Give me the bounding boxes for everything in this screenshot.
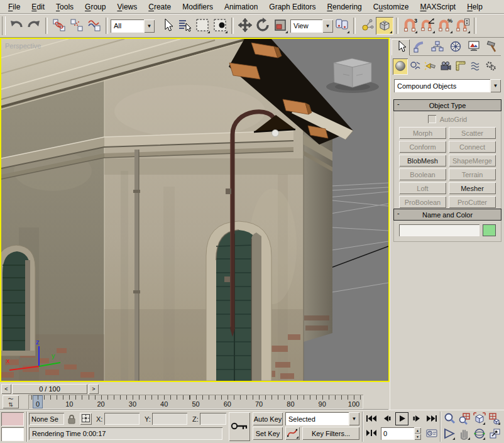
time-slider-prev-button[interactable]: < <box>1 384 11 394</box>
key-mode-toggle-button[interactable] <box>364 427 378 439</box>
name-color-rollout-header[interactable]: - Name and Color <box>393 209 501 221</box>
spinner-snap-toggle-button[interactable] <box>454 17 471 35</box>
tab-modify[interactable] <box>410 39 428 56</box>
dropdown-arrow-icon[interactable]: ▼ <box>349 412 359 425</box>
menu-maxscript[interactable]: MAXScript <box>415 1 462 13</box>
maxscript-mini-listener-pink[interactable] <box>1 412 24 426</box>
object-name-input[interactable] <box>399 224 479 236</box>
subcategory-dropdown[interactable]: Compound Objects ▼ <box>394 79 501 92</box>
category-shapes[interactable] <box>408 58 423 75</box>
procutter-button[interactable]: ProCutter <box>449 196 496 208</box>
redo-button[interactable] <box>25 17 43 35</box>
box-object[interactable] <box>326 58 379 93</box>
selection-set-dropdown[interactable]: Selected ▼ <box>285 412 359 425</box>
category-cameras[interactable] <box>438 58 453 75</box>
menu-rendering[interactable]: Rendering <box>321 1 367 13</box>
category-systems[interactable] <box>483 58 498 75</box>
snaps-toggle-button[interactable] <box>376 17 393 35</box>
percent-snap-toggle-button[interactable]: % <box>436 17 454 35</box>
zoom-button[interactable] <box>442 412 456 426</box>
tab-utilities[interactable] <box>483 39 501 56</box>
track-bar-ruler[interactable]: 0 10 20 30 40 50 60 70 80 90 100 <box>28 395 363 409</box>
z-coordinate-field[interactable] <box>200 413 226 425</box>
select-and-manipulate-button[interactable] <box>358 17 376 35</box>
dropdown-arrow-icon[interactable]: ▼ <box>144 19 155 33</box>
spinner-down-icon[interactable]: ▼ <box>414 434 421 440</box>
undo-button[interactable] <box>8 17 25 35</box>
tab-display[interactable] <box>464 39 483 56</box>
object-type-rollout-header[interactable]: - Object Type <box>393 99 501 111</box>
set-key-button[interactable]: Set Key <box>253 427 283 440</box>
angle-snap-toggle-button[interactable] <box>419 17 436 35</box>
select-and-scale-button[interactable] <box>271 17 289 35</box>
window-crossing-button[interactable] <box>211 17 229 35</box>
category-helpers[interactable] <box>453 58 468 75</box>
tab-create[interactable] <box>392 39 410 55</box>
menu-help[interactable]: Help <box>461 1 488 13</box>
zoom-extents-button[interactable] <box>473 412 486 426</box>
absolute-offset-mode-button[interactable] <box>80 413 92 425</box>
reference-coordsys-dropdown[interactable]: View ▼ <box>290 19 333 33</box>
terrain-button[interactable]: Terrain <box>449 168 496 180</box>
previous-frame-button[interactable] <box>381 413 393 425</box>
open-mini-curve-editor-button[interactable]: 〜 ⇅ <box>3 395 19 408</box>
arc-rotate-button[interactable] <box>473 427 486 441</box>
x-coordinate-field[interactable] <box>104 413 140 425</box>
time-configuration-button[interactable] <box>425 427 439 440</box>
menu-views[interactable]: Views <box>111 1 143 13</box>
menu-animation[interactable]: Animation <box>219 1 263 13</box>
category-lights[interactable] <box>423 58 438 75</box>
y-coordinate-field[interactable] <box>152 413 187 425</box>
zoom-all-button[interactable] <box>457 412 471 426</box>
3d-snap-toggle-button[interactable]: 3 <box>401 17 419 35</box>
bind-to-space-warp-button[interactable] <box>85 17 103 35</box>
auto-key-button[interactable]: Auto Key <box>253 412 283 425</box>
proboolean-button[interactable]: ProBoolean <box>399 196 446 208</box>
boolean-button[interactable]: Boolean <box>399 168 446 180</box>
morph-button[interactable]: Morph <box>399 127 446 139</box>
menu-tools[interactable]: Tools <box>50 1 79 13</box>
menu-graph-editors[interactable]: Graph Editors <box>263 1 321 13</box>
menu-customize[interactable]: Customize <box>368 1 415 13</box>
go-to-end-button[interactable] <box>425 413 439 425</box>
conform-button[interactable]: Conform <box>399 141 446 153</box>
selection-filter-dropdown[interactable]: All ▼ <box>111 19 155 33</box>
tab-motion[interactable] <box>446 39 464 56</box>
zoom-extents-all-button[interactable] <box>488 412 501 426</box>
set-keys-button[interactable] <box>229 412 250 441</box>
rectangular-selection-region-button[interactable] <box>194 17 211 35</box>
maxscript-mini-listener-white[interactable] <box>1 427 24 441</box>
dropdown-arrow-icon[interactable]: ▼ <box>490 79 501 92</box>
play-animation-button[interactable] <box>395 412 408 425</box>
select-object-button[interactable] <box>158 17 176 35</box>
category-geometry[interactable] <box>393 58 408 75</box>
menu-edit[interactable]: Edit <box>26 1 50 13</box>
select-and-link-button[interactable] <box>50 17 68 35</box>
use-pivot-point-center-button[interactable] <box>333 17 351 35</box>
toolbar-grip[interactable] <box>2 16 6 35</box>
time-slider-next-button[interactable]: > <box>89 384 99 394</box>
select-and-rotate-button[interactable] <box>254 17 271 35</box>
field-of-view-button[interactable] <box>442 427 456 441</box>
time-slider-handle[interactable]: 0 / 100 <box>12 384 87 394</box>
scatter-button[interactable]: Scatter <box>449 127 496 139</box>
object-color-swatch[interactable] <box>483 224 496 236</box>
default-tangent-button[interactable] <box>285 427 300 440</box>
unlink-selection-button[interactable] <box>68 17 85 35</box>
frame-spinner[interactable]: ▲▼ <box>414 427 421 440</box>
dropdown-arrow-icon[interactable]: ▼ <box>322 19 333 33</box>
select-by-name-button[interactable] <box>176 17 194 35</box>
connect-button[interactable]: Connect <box>449 141 496 153</box>
next-frame-button[interactable] <box>410 413 423 425</box>
building-model[interactable] <box>1 39 353 381</box>
mesher-button[interactable]: Mesher <box>449 182 496 194</box>
go-to-start-button[interactable] <box>364 413 378 425</box>
menu-modifiers[interactable]: Modifiers <box>177 1 219 13</box>
spinner-up-icon[interactable]: ▲ <box>414 427 421 434</box>
selection-lock-toggle[interactable] <box>67 413 77 426</box>
current-frame-field[interactable]: 0 <box>381 427 414 440</box>
shapemerge-button[interactable]: ShapeMerge <box>449 155 496 167</box>
pan-view-button[interactable] <box>457 427 471 441</box>
autogrid-checkbox[interactable] <box>428 115 436 123</box>
menu-group[interactable]: Group <box>79 1 111 13</box>
